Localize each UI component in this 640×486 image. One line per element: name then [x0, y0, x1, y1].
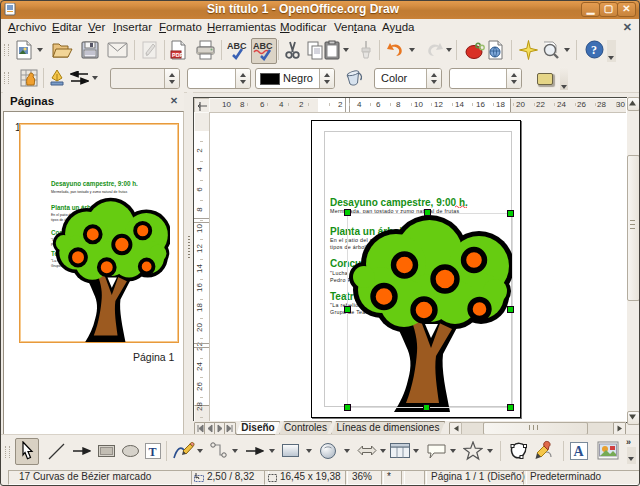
- svg-text:ABC: ABC: [253, 41, 273, 51]
- svg-text:T: T: [149, 445, 157, 459]
- svg-text:A: A: [574, 444, 585, 459]
- svg-text:PDF: PDF: [172, 52, 184, 58]
- svg-text:ABC: ABC: [227, 41, 247, 51]
- svg-text:?: ?: [591, 43, 597, 57]
